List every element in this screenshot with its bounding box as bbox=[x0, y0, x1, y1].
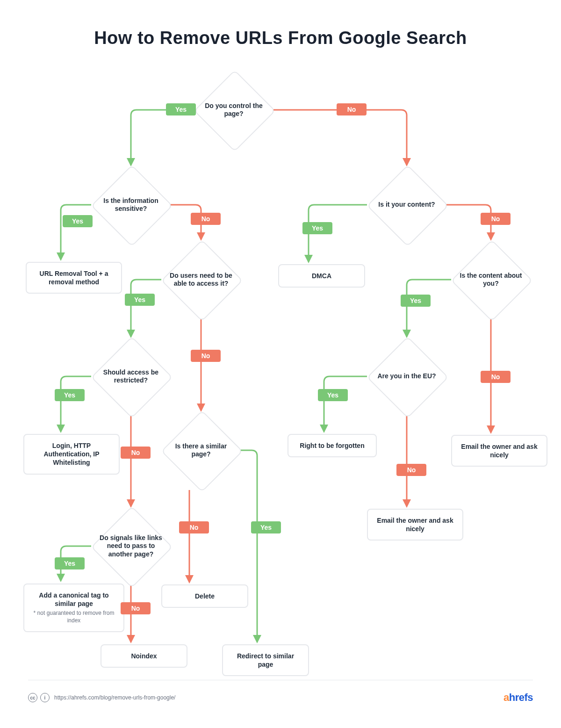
edge-badge: No bbox=[481, 371, 511, 383]
decision-your-content: Is it your content? bbox=[367, 165, 446, 245]
decision-control-page: Do you control the page? bbox=[194, 70, 273, 150]
action-noindex: Noindex bbox=[101, 644, 187, 668]
attribution-url: https://ahrefs.com/blog/remove-urls-from… bbox=[54, 694, 175, 701]
decision-similar-page: Is there a similar page? bbox=[161, 411, 241, 490]
action-login-auth-ip: Login, HTTP Authentication, IP Whitelist… bbox=[23, 434, 120, 475]
decision-users-need-access: Do users need to be able to access it? bbox=[161, 240, 241, 319]
edge-badge: No bbox=[121, 602, 151, 614]
action-canonical-tag: Add a canonical tag to similar page * no… bbox=[23, 584, 124, 632]
action-email-owner-1: Email the owner and ask nicely bbox=[451, 435, 547, 467]
edge-badge: No bbox=[481, 213, 511, 225]
action-right-to-be-forgotten: Right to be forgotten bbox=[288, 434, 377, 457]
edge-badge: Yes bbox=[401, 295, 431, 307]
edge-badge: Yes bbox=[125, 294, 155, 306]
edge-badge: No bbox=[337, 103, 367, 115]
edge-badge: Yes bbox=[55, 389, 85, 401]
cc-license-icon: cci bbox=[28, 693, 50, 702]
edge-badge: No bbox=[121, 447, 151, 459]
edge-badge: Yes bbox=[55, 557, 85, 569]
edge-badge: No bbox=[191, 213, 221, 225]
brand-logo: ahrefs bbox=[503, 692, 533, 704]
decision-signals-pass: Do signals like links need to pass to an… bbox=[91, 506, 171, 586]
page-title: How to Remove URLs From Google Search bbox=[0, 28, 561, 48]
action-dmca: DMCA bbox=[278, 264, 365, 288]
decision-access-restricted: Should access be restricted? bbox=[91, 337, 171, 416]
action-url-removal-tool: URL Removal Tool + a removal method bbox=[26, 262, 122, 294]
edge-badge: Yes bbox=[318, 389, 348, 401]
footer: cci https://ahrefs.com/blog/remove-urls-… bbox=[28, 680, 533, 709]
edge-badge: No bbox=[179, 521, 209, 533]
edge-badge: Yes bbox=[166, 103, 196, 115]
action-delete: Delete bbox=[161, 584, 248, 608]
action-email-owner-2: Email the owner and ask nicely bbox=[367, 509, 463, 541]
edge-badge: Yes bbox=[302, 222, 332, 234]
edge-badge: Yes bbox=[251, 521, 281, 533]
decision-in-eu: Are you in the EU? bbox=[367, 337, 446, 416]
edge-badge: No bbox=[191, 350, 221, 362]
decision-content-about-you: Is the content about you? bbox=[451, 240, 531, 319]
edge-badge: Yes bbox=[63, 215, 93, 227]
action-redirect-similar: Redirect to similar page bbox=[222, 644, 309, 676]
decision-information-sensitive: Is the information sensitive? bbox=[91, 165, 171, 245]
edge-badge: No bbox=[396, 464, 426, 476]
